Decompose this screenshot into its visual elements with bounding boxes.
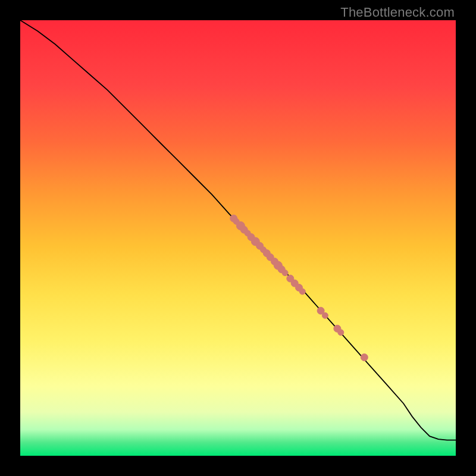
chart-overlay-svg [20,20,456,456]
chart-stage: TheBottleneck.com [0,0,476,476]
data-point [338,330,344,336]
data-point [361,354,368,361]
main-curve [20,20,456,440]
data-points-group [230,215,368,361]
data-point [299,289,305,295]
watermark-text: TheBottleneck.com [340,5,455,20]
data-point [282,270,288,276]
data-point [322,312,328,318]
